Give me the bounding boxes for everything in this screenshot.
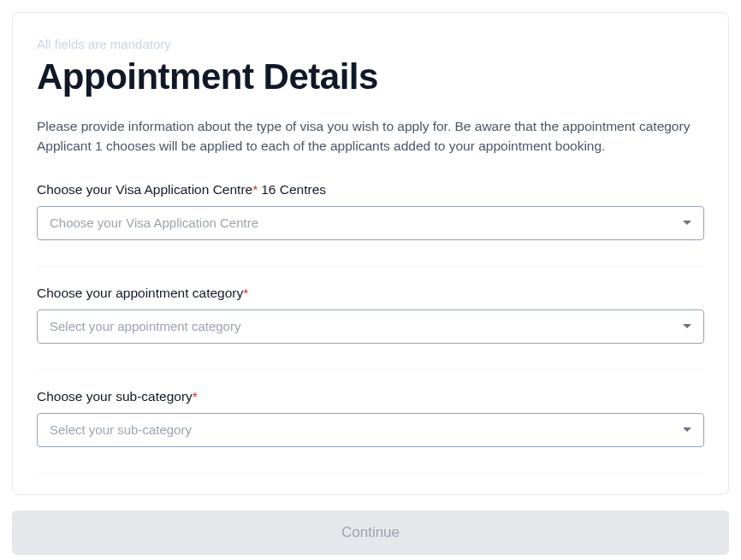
required-star: * <box>252 182 258 197</box>
vac-label: Choose your Visa Application Centre*16 C… <box>37 182 704 197</box>
appointment-details-card: All fields are mandatory Appointment Det… <box>12 12 729 495</box>
category-label-text: Choose your appointment category <box>37 286 243 300</box>
vac-field: Choose your Visa Application Centre*16 C… <box>37 182 704 240</box>
page-title: Appointment Details <box>37 56 704 97</box>
vac-placeholder: Choose your Visa Application Centre <box>50 215 258 230</box>
mandatory-note: All fields are mandatory <box>37 37 704 51</box>
page-description: Please provide information about the typ… <box>37 116 704 156</box>
subcategory-select[interactable]: Select your sub-category <box>37 413 704 447</box>
continue-button[interactable]: Continue <box>12 510 729 555</box>
subcategory-field: Choose your sub-category* Select your su… <box>37 389 704 447</box>
divider <box>37 266 704 267</box>
vac-select[interactable]: Choose your Visa Application Centre <box>37 206 704 240</box>
category-label: Choose your appointment category* <box>37 286 704 301</box>
subcategory-label: Choose your sub-category* <box>37 389 704 404</box>
subcategory-placeholder: Select your sub-category <box>50 422 192 437</box>
required-star: * <box>193 389 198 404</box>
vac-label-text: Choose your Visa Application Centre <box>37 182 252 197</box>
subcategory-label-text: Choose your sub-category <box>37 389 193 404</box>
caret-down-icon <box>683 221 691 225</box>
divider <box>37 369 704 370</box>
caret-down-icon <box>683 427 691 432</box>
category-select[interactable]: Select your appointment category <box>37 309 704 344</box>
divider <box>37 473 704 474</box>
category-field: Choose your appointment category* Select… <box>37 286 704 344</box>
caret-down-icon <box>683 324 691 328</box>
required-star: * <box>243 286 248 300</box>
vac-count-suffix: 16 Centres <box>261 182 326 197</box>
category-placeholder: Select your appointment category <box>50 319 240 333</box>
